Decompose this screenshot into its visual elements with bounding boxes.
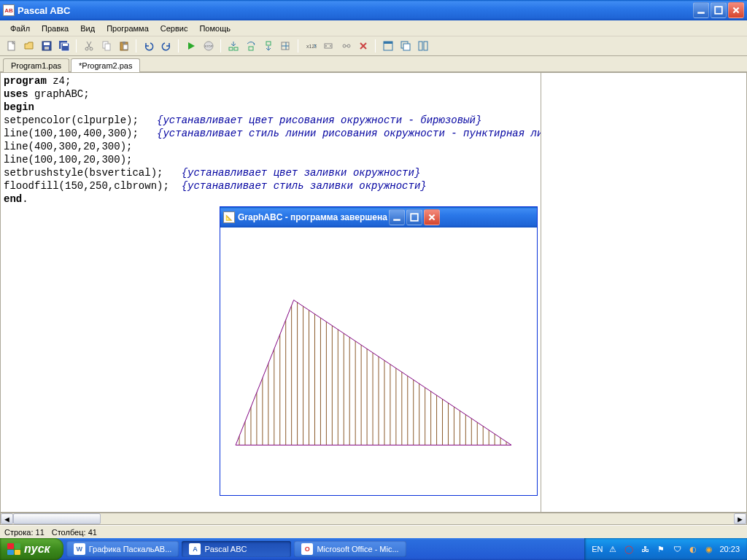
- side-panel: [541, 73, 746, 512]
- editor-tabs: Program1.pas *Program2.pas: [0, 56, 747, 72]
- undo-icon[interactable]: [140, 38, 157, 54]
- horizontal-scrollbar[interactable]: ◄ ►: [0, 513, 747, 525]
- toolbar: STOP x123: [0, 36, 747, 56]
- graph-maximize-button[interactable]: [406, 209, 422, 225]
- watch-icon[interactable]: x123: [302, 38, 319, 54]
- graphabc-icon: 📐: [223, 211, 235, 223]
- copy-icon[interactable]: [98, 38, 115, 54]
- windows-taskbar: пуск W Графика ПаскальАВ... A Pascal ABC…: [0, 538, 747, 560]
- graphabc-title: GraphABC - программа завершена: [238, 212, 387, 222]
- cut-icon[interactable]: [80, 38, 97, 54]
- save-all-icon[interactable]: [55, 38, 72, 54]
- tray-alert-icon[interactable]: ⚠: [607, 543, 619, 555]
- svg-point-27: [343, 44, 346, 47]
- status-column: Столбец: 41: [52, 528, 97, 537]
- breakpoint-icon[interactable]: [320, 38, 336, 54]
- maximize-button[interactable]: [711, 2, 727, 18]
- save-icon[interactable]: [38, 38, 55, 54]
- toolbar-separator: [136, 39, 136, 52]
- open-file-icon[interactable]: [20, 38, 37, 54]
- tray-volume-icon[interactable]: ◐: [687, 543, 699, 555]
- stop-icon[interactable]: STOP: [200, 38, 217, 54]
- tab-program2[interactable]: *Program2.pas: [71, 58, 140, 72]
- start-button[interactable]: пуск: [0, 538, 63, 560]
- app-icon: AB: [3, 4, 15, 16]
- toolbar-separator: [375, 39, 376, 52]
- code-comment: {устанавливает цвет заливки окружности}: [182, 167, 421, 179]
- language-indicator[interactable]: EN: [592, 545, 603, 553]
- scroll-left-icon[interactable]: ◄: [1, 513, 13, 524]
- menu-program[interactable]: Программа: [101, 23, 155, 34]
- svg-point-25: [325, 45, 327, 47]
- svg-rect-36: [411, 214, 418, 221]
- scroll-right-icon[interactable]: ►: [734, 513, 746, 524]
- window-arrange-icon[interactable]: [414, 38, 431, 54]
- step-over-icon[interactable]: [242, 38, 259, 54]
- menu-service[interactable]: Сервис: [155, 23, 194, 34]
- code-comment: {устанавливает стиль линии рисования окр…: [157, 128, 541, 139]
- graph-close-button[interactable]: [424, 209, 440, 225]
- svg-text:STOP: STOP: [204, 44, 212, 48]
- close-button[interactable]: [728, 2, 744, 18]
- run-to-cursor-icon[interactable]: [277, 38, 294, 54]
- debug-watch-icon[interactable]: [337, 38, 354, 54]
- new-file-icon[interactable]: [3, 38, 20, 54]
- tray-opera-icon[interactable]: ◯: [623, 543, 635, 555]
- svg-rect-15: [123, 44, 128, 50]
- status-bar: Строка: 11 Столбец: 41: [0, 525, 747, 538]
- svg-rect-18: [229, 47, 233, 50]
- taskbar-item-office[interactable]: O Microsoft Office - Mic...: [294, 541, 406, 557]
- clock[interactable]: 20:23: [719, 545, 740, 553]
- svg-rect-34: [424, 42, 427, 50]
- graph-minimize-button[interactable]: [389, 209, 405, 225]
- svg-rect-33: [419, 42, 422, 50]
- tray-network-icon[interactable]: 🖧: [639, 543, 651, 555]
- redo-icon[interactable]: [158, 38, 174, 54]
- svg-rect-19: [234, 47, 238, 50]
- menu-help[interactable]: Помощь: [193, 23, 236, 34]
- scroll-thumb[interactable]: [13, 513, 101, 524]
- graphabc-window[interactable]: 📐 GraphABC - программа завершена: [220, 206, 538, 496]
- tray-flag-icon[interactable]: ⚑: [655, 543, 667, 555]
- menu-edit[interactable]: Правка: [36, 23, 74, 34]
- svg-point-28: [347, 44, 350, 47]
- pascal-icon: A: [189, 543, 201, 555]
- svg-point-26: [330, 45, 331, 47]
- taskbar-item-pascal[interactable]: A Pascal ABC: [182, 541, 291, 557]
- delete-icon[interactable]: [355, 38, 371, 54]
- system-tray[interactable]: EN ⚠ ◯ 🖧 ⚑ 🛡 ◐ ◉ 20:23: [584, 538, 747, 560]
- svg-rect-8: [63, 44, 68, 46]
- menu-file[interactable]: Файл: [4, 23, 36, 34]
- tray-app-icon[interactable]: ◉: [703, 543, 715, 555]
- step-out-icon[interactable]: [260, 38, 276, 54]
- svg-rect-0: [697, 12, 705, 13]
- menu-bar: Файл Правка Вид Программа Сервис Помощь: [0, 20, 747, 36]
- taskbar-item-word[interactable]: W Графика ПаскальАВ...: [66, 541, 179, 557]
- windows-logo-icon: [7, 543, 20, 555]
- svg-rect-12: [105, 44, 110, 50]
- svg-rect-30: [384, 42, 392, 44]
- svg-rect-32: [403, 44, 410, 50]
- tab-program1[interactable]: Program1.pas: [3, 58, 69, 72]
- svg-marker-85: [236, 300, 511, 445]
- svg-rect-14: [123, 42, 125, 44]
- paste-icon[interactable]: [115, 38, 132, 54]
- menu-view[interactable]: Вид: [74, 23, 101, 34]
- tray-shield-icon[interactable]: 🛡: [671, 543, 683, 555]
- status-line: Строка: 11: [4, 528, 44, 537]
- toolbar-separator: [220, 39, 221, 52]
- code-keyword: end: [4, 193, 22, 205]
- window-cascade-icon[interactable]: [397, 38, 414, 54]
- minimize-button[interactable]: [693, 2, 709, 18]
- step-into-icon[interactable]: [225, 38, 241, 54]
- main-titlebar: AB Pascal ABC: [0, 0, 747, 20]
- window-tile-icon[interactable]: [379, 38, 396, 54]
- graphabc-titlebar[interactable]: 📐 GraphABC - программа завершена: [220, 207, 537, 228]
- code-comment: {устанавливает цвет рисования окружности…: [157, 114, 481, 126]
- svg-rect-35: [393, 219, 400, 220]
- toolbar-separator: [298, 39, 298, 52]
- toolbar-separator: [76, 39, 77, 52]
- code-keyword: uses: [4, 88, 28, 100]
- run-icon[interactable]: [182, 38, 199, 54]
- svg-rect-1: [715, 7, 722, 14]
